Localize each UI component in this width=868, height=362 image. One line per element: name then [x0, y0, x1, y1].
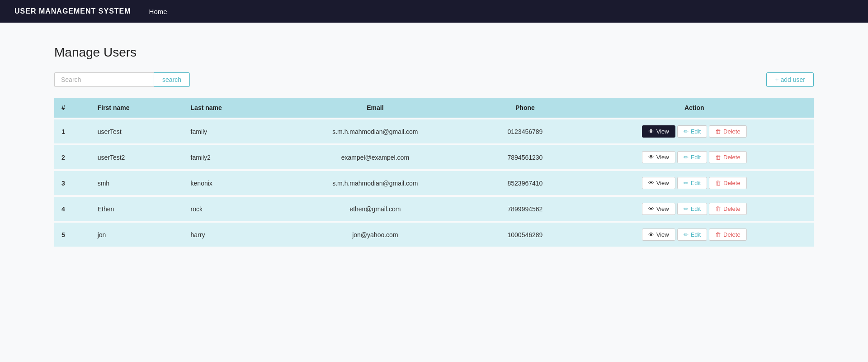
- cell-lastname: kenonix: [184, 170, 275, 196]
- cell-email: s.m.h.mahmodian@gmail.com: [275, 170, 475, 196]
- view-button[interactable]: 👁 View: [642, 203, 675, 215]
- cell-actions: 👁 View ✏ Edit 🗑 Delete: [575, 119, 814, 144]
- cell-email: ethen@gmail.com: [275, 196, 475, 222]
- edit-button[interactable]: ✏ Edit: [677, 229, 707, 241]
- cell-phone: 7899994562: [475, 196, 575, 222]
- table-row: 5 jon harry jon@yahoo.com 1000546289 👁 V…: [54, 222, 814, 247]
- view-button[interactable]: 👁 View: [642, 125, 675, 138]
- table-body: 1 userTest family s.m.h.mahmodian@gmail.…: [54, 119, 814, 247]
- eye-icon: 👁: [648, 154, 654, 161]
- view-label: View: [656, 231, 669, 238]
- delete-button[interactable]: 🗑 Delete: [709, 203, 747, 215]
- cell-phone: 0123456789: [475, 119, 575, 144]
- search-button[interactable]: search: [154, 72, 190, 87]
- cell-phone: 8523967410: [475, 170, 575, 196]
- delete-label: Delete: [723, 180, 741, 186]
- cell-id: 5: [54, 222, 90, 247]
- edit-icon: ✏: [684, 231, 689, 238]
- edit-label: Edit: [691, 128, 701, 135]
- cell-email: exampel@exampel.com: [275, 144, 475, 170]
- col-header-id: #: [54, 98, 90, 119]
- delete-label: Delete: [723, 128, 741, 135]
- cell-firstname: userTest2: [90, 144, 184, 170]
- col-header-lastname: Last name: [184, 98, 275, 119]
- col-header-phone: Phone: [475, 98, 575, 119]
- edit-label: Edit: [691, 205, 701, 212]
- cell-lastname: rock: [184, 196, 275, 222]
- eye-icon: 👁: [648, 231, 654, 238]
- table-row: 3 smh kenonix s.m.h.mahmodian@gmail.com …: [54, 170, 814, 196]
- add-user-button[interactable]: + add user: [766, 72, 814, 87]
- navbar: USER MANAGEMENT SYSTEM Home: [0, 0, 868, 23]
- search-group: search: [54, 72, 190, 87]
- delete-button[interactable]: 🗑 Delete: [709, 151, 747, 163]
- navbar-brand: USER MANAGEMENT SYSTEM: [14, 7, 131, 15]
- edit-icon: ✏: [684, 154, 689, 161]
- delete-button[interactable]: 🗑 Delete: [709, 177, 747, 189]
- cell-firstname: jon: [90, 222, 184, 247]
- edit-button[interactable]: ✏ Edit: [677, 177, 707, 189]
- table-row: 4 Ethen rock ethen@gmail.com 7899994562 …: [54, 196, 814, 222]
- cell-firstname: userTest: [90, 119, 184, 144]
- cell-actions: 👁 View ✏ Edit 🗑 Delete: [575, 170, 814, 196]
- home-link[interactable]: Home: [149, 8, 167, 15]
- table-row: 2 userTest2 family2 exampel@exampel.com …: [54, 144, 814, 170]
- cell-firstname: Ethen: [90, 196, 184, 222]
- delete-icon: 🗑: [715, 180, 721, 186]
- delete-icon: 🗑: [715, 231, 721, 238]
- view-button[interactable]: 👁 View: [642, 177, 675, 189]
- cell-id: 4: [54, 196, 90, 222]
- edit-button[interactable]: ✏ Edit: [677, 151, 707, 163]
- edit-icon: ✏: [684, 205, 689, 212]
- cell-id: 2: [54, 144, 90, 170]
- cell-lastname: family2: [184, 144, 275, 170]
- eye-icon: 👁: [648, 128, 654, 135]
- cell-email: s.m.h.mahmodian@gmail.com: [275, 119, 475, 144]
- edit-button[interactable]: ✏ Edit: [677, 203, 707, 215]
- view-button[interactable]: 👁 View: [642, 229, 675, 241]
- delete-icon: 🗑: [715, 205, 721, 212]
- view-button[interactable]: 👁 View: [642, 151, 675, 163]
- edit-button[interactable]: ✏ Edit: [677, 125, 707, 138]
- eye-icon: 👁: [648, 205, 654, 212]
- toolbar: search + add user: [54, 72, 814, 87]
- edit-label: Edit: [691, 180, 701, 186]
- delete-button[interactable]: 🗑 Delete: [709, 229, 747, 241]
- edit-label: Edit: [691, 154, 701, 161]
- col-header-email: Email: [275, 98, 475, 119]
- delete-label: Delete: [723, 231, 741, 238]
- view-label: View: [656, 128, 669, 135]
- eye-icon: 👁: [648, 180, 654, 186]
- delete-icon: 🗑: [715, 128, 721, 135]
- user-table: # First name Last name Email Phone Actio…: [54, 98, 814, 247]
- search-input[interactable]: [54, 72, 154, 87]
- col-header-action: Action: [575, 98, 814, 119]
- table-header: # First name Last name Email Phone Actio…: [54, 98, 814, 119]
- cell-phone: 1000546289: [475, 222, 575, 247]
- table-row: 1 userTest family s.m.h.mahmodian@gmail.…: [54, 119, 814, 144]
- view-label: View: [656, 180, 669, 186]
- cell-id: 3: [54, 170, 90, 196]
- cell-email: jon@yahoo.com: [275, 222, 475, 247]
- cell-actions: 👁 View ✏ Edit 🗑 Delete: [575, 222, 814, 247]
- page-title: Manage Users: [54, 45, 814, 60]
- edit-label: Edit: [691, 231, 701, 238]
- view-label: View: [656, 205, 669, 212]
- main-content: Manage Users search + add user # First n…: [0, 23, 868, 265]
- col-header-firstname: First name: [90, 98, 184, 119]
- edit-icon: ✏: [684, 128, 689, 135]
- cell-actions: 👁 View ✏ Edit 🗑 Delete: [575, 196, 814, 222]
- edit-icon: ✏: [684, 180, 689, 186]
- cell-lastname: family: [184, 119, 275, 144]
- cell-phone: 7894561230: [475, 144, 575, 170]
- cell-id: 1: [54, 119, 90, 144]
- delete-icon: 🗑: [715, 154, 721, 161]
- view-label: View: [656, 154, 669, 161]
- cell-actions: 👁 View ✏ Edit 🗑 Delete: [575, 144, 814, 170]
- delete-label: Delete: [723, 205, 741, 212]
- cell-lastname: harry: [184, 222, 275, 247]
- delete-button[interactable]: 🗑 Delete: [709, 125, 747, 138]
- cell-firstname: smh: [90, 170, 184, 196]
- delete-label: Delete: [723, 154, 741, 161]
